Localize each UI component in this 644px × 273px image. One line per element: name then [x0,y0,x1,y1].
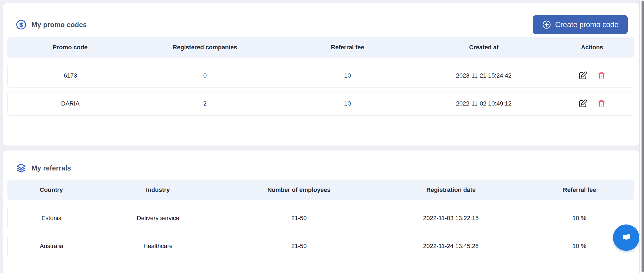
referral-fee-value: 10 [277,72,418,79]
column-header-referral-fee: Referral fee [525,186,634,194]
chat-bubble-icon [619,231,633,245]
table-row: DARIA 2 10 2022-11-02 10:49:12 [7,92,634,116]
table-row: Estonia Delivery service 21-50 2022-11-0… [7,206,634,230]
svg-text:$: $ [19,21,23,28]
referral-fee-value: 10 [277,100,418,107]
plus-circle-icon [542,20,551,29]
promo-code-value: 6173 [8,72,133,79]
edit-icon[interactable] [578,71,588,81]
delete-icon[interactable] [597,71,606,80]
table-row: 6173 0 10 2023-11-21 15:24:42 [7,64,634,88]
column-header-registered-companies: Registered companies [133,44,277,51]
referral-fee-value: 10 % [524,215,634,222]
registered-companies-value: 0 [133,72,277,79]
column-header-employees: Number of employees [221,186,377,194]
promo-table-header: Promo code Registered companies Referral… [7,37,634,58]
column-header-referral-fee: Referral fee [277,44,418,51]
referral-dashboard-page: $ My promo codes Create promo code Promo… [0,0,644,273]
registration-date-value: 2022-11-03 13:22:15 [377,215,525,222]
column-header-country: Country [7,186,95,194]
vertical-scrollbar[interactable] [639,0,644,273]
referrals-card: My referrals Country Industry Number of … [3,150,639,273]
referrals-title: My referrals [32,164,71,172]
country-value: Estonia [8,215,95,222]
promo-codes-title: My promo codes [32,21,87,29]
created-at-value: 2023-11-21 15:24:42 [418,72,550,79]
create-promo-code-button[interactable]: Create promo code [533,15,628,34]
registered-companies-value: 2 [133,100,277,107]
employees-value: 21-50 [221,215,377,222]
employees-value: 21-50 [221,243,377,250]
column-header-registration-date: Registration date [377,186,525,194]
registration-date-value: 2022-11-24 13:45:28 [377,243,525,250]
dollar-circle-icon: $ [16,19,27,30]
column-header-promo-code: Promo code [7,44,133,51]
column-header-industry: Industry [95,186,221,194]
promo-codes-header: $ My promo codes Create promo code [7,3,634,35]
delete-icon[interactable] [597,99,606,108]
edit-icon[interactable] [578,99,588,109]
column-header-actions: Actions [550,44,634,51]
create-promo-code-label: Create promo code [555,21,618,29]
promo-codes-card: $ My promo codes Create promo code Promo… [3,3,639,146]
column-header-created-at: Created at [418,44,550,51]
referrals-table-header: Country Industry Number of employees Reg… [7,180,634,200]
promo-code-value: DARIA [8,100,133,107]
layers-icon [16,163,27,174]
table-row: Australia Healthcare 21-50 2022-11-24 13… [7,234,634,258]
chat-widget-button[interactable] [613,224,639,251]
created-at-value: 2022-11-02 10:49:12 [418,100,550,107]
scrollbar-thumb[interactable] [642,1,644,272]
industry-value: Delivery service [95,215,221,222]
referrals-header: My referrals [7,150,634,178]
industry-value: Healthcare [95,243,221,250]
country-value: Australia [8,243,95,250]
